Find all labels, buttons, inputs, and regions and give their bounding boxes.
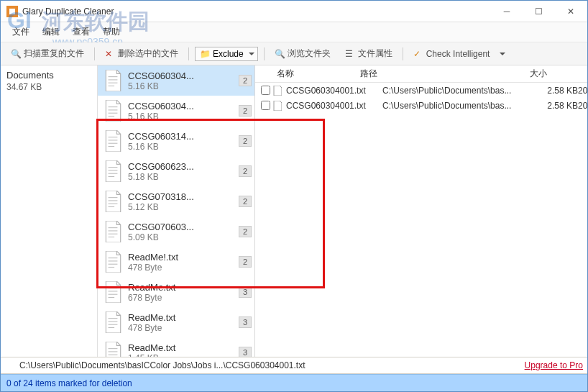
file-icon — [273, 85, 283, 96]
dup-count-badge: 2 — [239, 256, 252, 268]
col-name-header[interactable]: 名称 — [258, 68, 359, 80]
column-headers: 名称 路径 大小 — [255, 65, 587, 83]
menu-file[interactable]: 文件 — [6, 23, 35, 41]
file-group-item[interactable]: ReadMe.txt678 Byte3 — [98, 277, 254, 307]
close-button[interactable]: ✕ — [554, 1, 587, 22]
check-label: Check Intelligent — [426, 49, 490, 59]
file-group-item[interactable]: CCSG060623...5.18 KB2 — [98, 156, 254, 186]
document-icon — [102, 310, 124, 334]
pathbar: C:\Users\Public\Documents\basICColor Job… — [1, 357, 587, 374]
chevron-down-icon — [500, 53, 505, 55]
sidebar-title[interactable]: Documents — [6, 70, 91, 81]
props-button[interactable]: ☰ 文件属性 — [341, 45, 397, 62]
separator — [94, 47, 95, 60]
delete-button[interactable]: ✕ 删除选中的文件 — [101, 45, 183, 62]
scan-button[interactable]: 🔍 扫描重复的文件 — [6, 45, 88, 62]
menu-view[interactable]: 查看 — [67, 23, 96, 41]
dup-count-badge: 2 — [239, 165, 252, 177]
document-icon — [102, 219, 124, 244]
file-size: 5.12 KB — [128, 202, 250, 212]
menu-help[interactable]: 帮助 — [97, 23, 126, 41]
check-intelligent-button[interactable]: ✓ Check Intelligent — [409, 47, 510, 61]
file-size: 5.16 KB — [128, 81, 250, 91]
cell-size: 2.58 KB — [523, 86, 578, 96]
menu-edit[interactable]: 编辑 — [37, 23, 65, 41]
file-group-item[interactable]: CCSG060304...5.16 KB2 — [98, 65, 254, 96]
file-size: 478 Byte — [128, 263, 250, 273]
document-icon — [102, 189, 124, 214]
file-row[interactable]: CCSG060304001.txtC:\Users\Public\Documen… — [255, 98, 587, 113]
maximize-button[interactable]: ☐ — [523, 1, 554, 22]
folder-exclude-icon: 📁 — [200, 49, 210, 59]
file-name: CCSG060623... — [128, 161, 250, 172]
delete-icon: ✕ — [105, 49, 115, 59]
document-icon — [102, 159, 124, 183]
properties-icon: ☰ — [345, 49, 355, 59]
dup-count-badge: 2 — [239, 75, 252, 86]
toolbar: 🔍 扫描重复的文件 ✕ 删除选中的文件 📁 Exclude 🔍 浏览文件夹 ☰ … — [1, 42, 587, 65]
document-icon — [102, 250, 124, 274]
file-name: CCSG060314... — [128, 131, 250, 142]
document-icon — [102, 68, 124, 93]
file-name: ReadMe.txt — [128, 342, 250, 353]
details-rows: CCSG060304001.txtC:\Users\Public\Documen… — [255, 83, 587, 113]
titlebar: Glary Duplicate Cleaner ─ ☐ ✕ — [1, 1, 587, 22]
col-size-header[interactable]: 大小 — [500, 68, 561, 80]
svg-rect-1 — [9, 9, 15, 14]
upgrade-link[interactable]: Upgrade to Pro — [525, 360, 583, 370]
file-name: CCSG060304... — [128, 70, 250, 81]
cell-date: 2015-0 — [578, 86, 587, 96]
search-icon: 🔍 — [11, 49, 21, 59]
document-icon — [102, 280, 124, 304]
file-group-item[interactable]: CCSG060304...5.16 KB2 — [98, 96, 254, 126]
statusbar: 0 of 24 items marked for deletion — [1, 374, 587, 391]
file-group-item[interactable]: CCSG070603...5.09 KB2 — [98, 216, 254, 247]
separator — [403, 47, 403, 60]
file-group-item[interactable]: CCSG060314...5.16 KB2 — [98, 126, 254, 156]
browse-label: 浏览文件夹 — [288, 47, 331, 60]
status-text: 0 of 24 items marked for deletion — [6, 378, 132, 388]
path-text: C:\Users\Public\Documents\basICColor Job… — [5, 360, 525, 370]
col-path-header[interactable]: 路径 — [359, 68, 500, 80]
chevron-down-icon — [249, 53, 254, 55]
file-name: ReadMe!.txt — [128, 252, 250, 263]
cell-size: 2.58 KB — [523, 101, 578, 111]
file-group-item[interactable]: ReadMe!.txt478 Byte2 — [98, 247, 254, 277]
cell-date: 2015-0 — [578, 101, 587, 111]
file-group-item[interactable]: CCSG070318...5.12 KB2 — [98, 186, 254, 216]
file-size: 5.09 KB — [128, 232, 250, 242]
file-row[interactable]: CCSG060304001.txtC:\Users\Public\Documen… — [255, 83, 587, 98]
separator — [188, 47, 189, 60]
separator — [264, 47, 265, 60]
file-group-item[interactable]: ReadMe.txt1.45 KB3 — [98, 337, 254, 357]
row-checkbox[interactable] — [261, 101, 270, 110]
dup-count-badge: 2 — [239, 105, 252, 117]
sidebar: Documents 34.67 KB — [1, 65, 98, 357]
document-icon — [102, 99, 124, 123]
cell-name: CCSG060304001.txt — [286, 101, 382, 111]
document-icon — [102, 129, 124, 153]
browse-button[interactable]: 🔍 浏览文件夹 — [270, 45, 335, 62]
file-name: CCSG070318... — [128, 191, 250, 202]
file-name: ReadMe.txt — [128, 312, 250, 323]
row-checkbox[interactable] — [261, 86, 270, 95]
menubar: 文件 编辑 查看 帮助 — [1, 22, 587, 42]
file-size: 5.16 KB — [128, 142, 250, 152]
file-name: ReadMe.txt — [128, 282, 250, 293]
file-group-item[interactable]: ReadMe.txt478 Byte3 — [98, 307, 254, 337]
folder-browse-icon: 🔍 — [275, 49, 285, 59]
file-name: CCSG060304... — [128, 101, 250, 111]
minimize-button[interactable]: ─ — [491, 1, 523, 22]
cell-name: CCSG060304001.txt — [286, 86, 382, 96]
dup-count-badge: 3 — [239, 347, 252, 357]
file-size: 678 Byte — [128, 293, 250, 303]
file-size: 1.45 KB — [128, 353, 250, 357]
exclude-dropdown[interactable]: 📁 Exclude — [195, 47, 258, 61]
dup-count-badge: 2 — [239, 196, 252, 207]
delete-label: 删除选中的文件 — [118, 47, 178, 60]
cell-path: C:\Users\Public\Documents\bas... — [382, 101, 523, 111]
dup-count-badge: 3 — [239, 286, 252, 298]
file-name: CCSG070603... — [128, 222, 250, 232]
file-size: 478 Byte — [128, 323, 250, 333]
dup-count-badge: 2 — [239, 135, 252, 147]
